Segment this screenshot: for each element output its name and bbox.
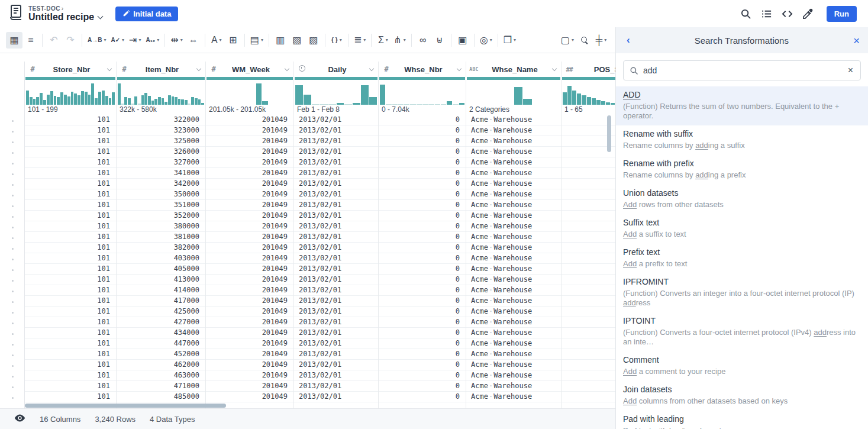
column-menu-chevron-icon[interactable] xyxy=(280,69,293,70)
table-cell[interactable]: 447000 xyxy=(117,338,205,349)
histogram-bar[interactable] xyxy=(50,91,53,105)
table-cell[interactable]: 0 xyxy=(379,200,466,211)
recipe-title[interactable]: Untitled recipe xyxy=(28,12,102,22)
table-cell[interactable]: 201049 xyxy=(206,338,293,349)
table-cell[interactable]: 201049 xyxy=(206,147,293,157)
histogram-bar[interactable] xyxy=(175,97,178,105)
table-cell[interactable]: Acme·Warehouse xyxy=(466,232,561,243)
histogram-bar[interactable] xyxy=(198,99,201,105)
move-column-button[interactable]: ⇥▾ xyxy=(127,32,143,49)
histogram-bar[interactable] xyxy=(596,100,601,105)
column-histogram[interactable] xyxy=(562,80,615,105)
table-cell[interactable]: Acme·Warehouse xyxy=(466,381,561,392)
histogram-bar[interactable] xyxy=(30,97,33,105)
table-cell[interactable]: 0 xyxy=(379,136,466,147)
table-cell[interactable]: 0 xyxy=(379,115,466,125)
histogram-bar[interactable] xyxy=(40,93,43,105)
table-cell[interactable]: 201049 xyxy=(206,243,293,253)
table-cell[interactable]: Acme·Warehouse xyxy=(466,317,561,328)
histogram-bar[interactable] xyxy=(95,98,98,105)
histogram-bar[interactable] xyxy=(601,101,605,105)
column-histogram[interactable] xyxy=(379,80,466,105)
table-cell[interactable]: 0 xyxy=(379,392,466,402)
run-button[interactable]: Run xyxy=(827,6,857,22)
histogram-bar[interactable] xyxy=(74,93,77,105)
histogram-bar[interactable] xyxy=(164,102,167,105)
transformation-item[interactable]: Union datasetsAdd rows from other datase… xyxy=(616,185,868,214)
histogram-bar[interactable] xyxy=(43,100,46,105)
table-cell[interactable] xyxy=(562,253,615,264)
table-cell[interactable]: 201049 xyxy=(206,360,293,370)
table-cell[interactable] xyxy=(562,179,615,189)
table-cell[interactable]: 201049 xyxy=(206,370,293,381)
table-cell[interactable]: 201049 xyxy=(206,157,293,168)
table-cell[interactable]: 101 xyxy=(25,285,116,296)
table-cell[interactable]: 101 xyxy=(25,381,116,392)
table-cell[interactable]: 463000 xyxy=(117,370,205,381)
table-cell[interactable]: 2013/02/01 xyxy=(294,381,378,392)
table-cell[interactable]: 201049 xyxy=(206,211,293,221)
histogram-bar[interactable] xyxy=(102,91,105,105)
table-cell[interactable]: 101 xyxy=(25,370,116,381)
cluster-values-button[interactable]: ◎▾ xyxy=(477,32,495,49)
table-cell[interactable]: Acme·Warehouse xyxy=(466,349,561,360)
table-cell[interactable]: 2013/02/01 xyxy=(294,392,378,402)
transformation-search-input[interactable] xyxy=(643,66,848,75)
close-icon[interactable]: × xyxy=(853,35,860,46)
table-cell[interactable]: 2013/02/01 xyxy=(294,147,378,157)
comment-button[interactable]: ▣ xyxy=(454,32,471,49)
table-cell[interactable]: 201049 xyxy=(206,285,293,296)
table-cell[interactable]: 101 xyxy=(25,338,116,349)
histogram-bar[interactable] xyxy=(144,93,147,105)
histogram-bar[interactable] xyxy=(91,83,94,105)
histogram-bar[interactable] xyxy=(567,86,572,105)
table-cell[interactable]: 201049 xyxy=(206,349,293,360)
table-cell[interactable] xyxy=(562,307,615,317)
table-cell[interactable] xyxy=(562,317,615,328)
table-cell[interactable]: 201049 xyxy=(206,189,293,200)
table-cell[interactable]: 101 xyxy=(25,232,116,243)
table-cell[interactable]: 2013/02/01 xyxy=(294,189,378,200)
table-cell[interactable]: 101 xyxy=(25,157,116,168)
find-in-data-button[interactable] xyxy=(576,32,593,49)
histogram-bar[interactable] xyxy=(64,95,67,105)
table-cell[interactable]: 462000 xyxy=(117,360,205,370)
column-histogram[interactable] xyxy=(294,80,378,105)
filter-rows-button[interactable]: ≣▾ xyxy=(351,32,368,49)
histogram-bar[interactable] xyxy=(592,98,596,105)
histogram-bar[interactable] xyxy=(134,96,137,105)
histogram-bar[interactable] xyxy=(141,95,144,105)
table-cell[interactable]: Acme·Warehouse xyxy=(466,189,561,200)
table-cell[interactable]: 0 xyxy=(379,317,466,328)
table-cell[interactable]: 485000 xyxy=(117,392,205,402)
table-cell[interactable]: 350000 xyxy=(117,189,205,200)
histogram-bar[interactable] xyxy=(118,83,121,105)
table-cell[interactable] xyxy=(562,296,615,307)
column-header-whse_nbr[interactable]: #Whse_Nbr xyxy=(379,62,466,77)
histogram-bar[interactable] xyxy=(54,96,57,105)
transformation-item[interactable]: IPFROMINT(Function) Converts an integer … xyxy=(616,273,868,312)
table-cell[interactable]: Acme·Warehouse xyxy=(466,338,561,349)
table-cell[interactable]: 405000 xyxy=(117,264,205,275)
histogram-bar[interactable] xyxy=(369,97,377,105)
table-cell[interactable]: 0 xyxy=(379,349,466,360)
histogram-bar[interactable] xyxy=(60,92,63,105)
table-cell[interactable]: 0 xyxy=(379,211,466,221)
column-histogram[interactable] xyxy=(466,80,561,105)
table-cell[interactable]: 380000 xyxy=(117,221,205,232)
table-cell[interactable]: 0 xyxy=(379,338,466,349)
table-cell[interactable]: 2013/02/01 xyxy=(294,307,378,317)
transformation-item[interactable]: Prefix textAdd a prefix to text xyxy=(616,244,868,273)
table-cell[interactable]: 0 xyxy=(379,370,466,381)
table-cell[interactable]: 0 xyxy=(379,221,466,232)
histogram-bar[interactable] xyxy=(172,96,175,105)
column-histogram[interactable] xyxy=(206,80,293,105)
histogram-bar[interactable] xyxy=(85,92,88,105)
table-cell[interactable]: 403000 xyxy=(117,253,205,264)
table-cell[interactable] xyxy=(562,360,615,370)
change-type-button[interactable]: A→B▾ xyxy=(85,32,108,49)
table-cell[interactable]: 201049 xyxy=(206,136,293,147)
table-cell[interactable]: Acme·Warehouse xyxy=(466,253,561,264)
table-cell[interactable]: 201049 xyxy=(206,307,293,317)
table-cell[interactable]: 101 xyxy=(25,200,116,211)
